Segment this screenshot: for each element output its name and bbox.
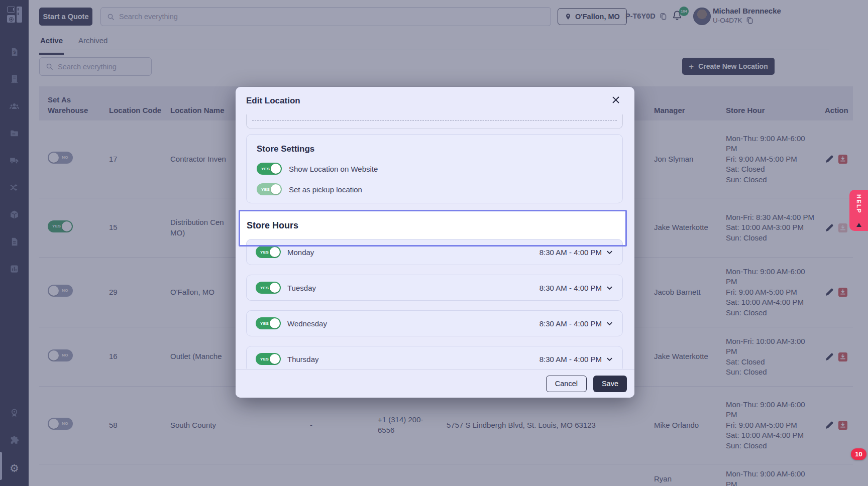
- store-settings-heading: Store Settings: [257, 144, 612, 154]
- chevron-down-icon: [606, 320, 613, 327]
- time-range-value: 8:30 AM - 4:00 PM: [539, 248, 602, 257]
- day-label: Tuesday: [287, 284, 316, 292]
- store-hours-day-row: YES Wednesday 8:30 AM - 4:00 PM: [246, 310, 623, 336]
- modal-title: Edit Location: [246, 96, 300, 106]
- toggle-state-label: YES: [261, 187, 270, 192]
- setting-toggle[interactable]: YES: [257, 163, 282, 175]
- day-toggle[interactable]: YES: [256, 246, 281, 258]
- cancel-button[interactable]: Cancel: [546, 376, 587, 392]
- chevron-down-icon: [606, 355, 613, 363]
- toggle-state-label: YES: [260, 357, 269, 361]
- time-range-dropdown[interactable]: 8:30 AM - 4:00 PM: [539, 319, 613, 328]
- time-range-dropdown[interactable]: 8:30 AM - 4:00 PM: [539, 355, 613, 363]
- setting-toggle[interactable]: YES: [257, 183, 282, 195]
- floating-count-badge[interactable]: 10: [851, 448, 866, 460]
- modal-header: Edit Location: [236, 87, 634, 114]
- chevron-down-icon: [606, 284, 613, 292]
- dashed-dropzone-edge: [252, 120, 617, 120]
- store-hours-day-row: YES Tuesday 8:30 AM - 4:00 PM: [246, 275, 623, 301]
- help-arrow-icon: [856, 223, 861, 227]
- store-hours-day-row: YES Thursday 8:30 AM - 4:00 PM: [246, 346, 623, 372]
- save-button[interactable]: Save: [593, 376, 627, 392]
- setting-label: Show Location on Website: [289, 165, 378, 173]
- day-toggle[interactable]: YES: [256, 353, 281, 365]
- time-range-value: 8:30 AM - 4:00 PM: [539, 355, 602, 363]
- store-settings-section: Store Settings YES Show Location on Webs…: [246, 134, 623, 203]
- day-toggle[interactable]: YES: [256, 282, 281, 294]
- setting-row: YES Set as pickup location: [257, 183, 612, 195]
- toggle-knob: [271, 164, 281, 174]
- toggle-state-label: YES: [260, 286, 269, 290]
- modal-body: Store Settings YES Show Location on Webs…: [236, 114, 634, 369]
- chevron-down-icon: [606, 249, 613, 256]
- day-label: Wednesday: [287, 319, 327, 328]
- time-range-value: 8:30 AM - 4:00 PM: [539, 319, 602, 328]
- toggle-state-label: YES: [260, 321, 269, 326]
- time-range-dropdown[interactable]: 8:30 AM - 4:00 PM: [539, 248, 613, 257]
- setting-row: YES Show Location on Website: [257, 163, 612, 175]
- modal-footer: Cancel Save: [236, 369, 634, 398]
- time-range-dropdown[interactable]: 8:30 AM - 4:00 PM: [539, 284, 613, 292]
- store-hours-day-row: YES Monday 8:30 AM - 4:00 PM: [246, 239, 623, 265]
- upload-section-clipped: [246, 114, 623, 129]
- toggle-knob: [270, 318, 280, 328]
- toggle-knob: [271, 184, 281, 194]
- setting-label: Set as pickup location: [289, 185, 362, 194]
- toggle-knob: [270, 354, 280, 364]
- edit-location-modal: Edit Location Store Settings YES Show Lo…: [236, 87, 634, 398]
- day-label: Monday: [287, 248, 314, 257]
- toggle-knob: [270, 247, 280, 257]
- help-tab-label: HELP: [856, 194, 862, 214]
- day-label: Thursday: [287, 355, 319, 363]
- time-range-value: 8:30 AM - 4:00 PM: [539, 284, 602, 292]
- day-toggle[interactable]: YES: [256, 317, 281, 329]
- store-hours-heading: Store Hours: [247, 220, 298, 231]
- toggle-state-label: YES: [260, 250, 269, 255]
- help-tab[interactable]: HELP: [849, 190, 868, 231]
- toggle-knob: [270, 283, 280, 293]
- toggle-state-label: YES: [261, 167, 270, 171]
- close-icon[interactable]: [609, 94, 622, 107]
